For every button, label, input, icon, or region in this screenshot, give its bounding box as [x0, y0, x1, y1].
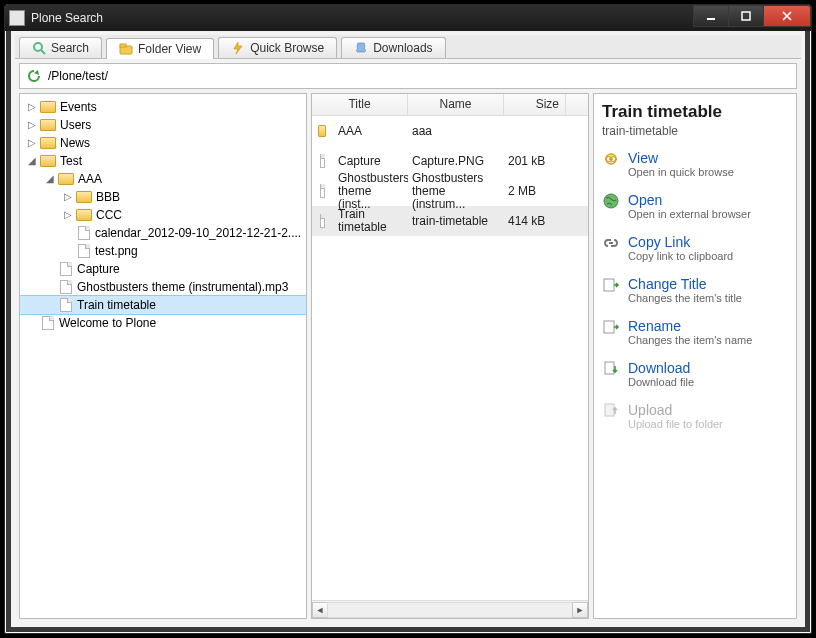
- tree-item[interactable]: Train timetable: [20, 296, 306, 314]
- expand-icon[interactable]: ▷: [26, 119, 38, 131]
- expand-icon[interactable]: ▷: [62, 209, 74, 221]
- expand-icon[interactable]: ▷: [26, 101, 38, 113]
- tab-folder-view[interactable]: Folder View: [106, 38, 214, 59]
- action-copy-link[interactable]: Copy LinkCopy link to clipboard: [602, 234, 788, 262]
- action-upload: UploadUpload file to folder: [602, 402, 788, 430]
- scroll-left-button[interactable]: ◄: [312, 602, 328, 618]
- tree-item[interactable]: ▷BBB: [20, 188, 306, 206]
- tree-item-label: Train timetable: [77, 298, 156, 312]
- eye-icon: [602, 150, 620, 168]
- tab-search[interactable]: Search: [19, 37, 102, 58]
- svg-rect-0: [707, 18, 715, 20]
- detail-pane: Train timetable train-timetable ViewOpen…: [593, 93, 797, 619]
- file-icon: [60, 298, 72, 312]
- action-change-title[interactable]: Change TitleChanges the item's title: [602, 276, 788, 304]
- tab-downloads[interactable]: Downloads: [341, 37, 445, 58]
- maximize-button[interactable]: [728, 5, 764, 27]
- list-row[interactable]: Train timetabletrain-timetable414 kB: [312, 206, 588, 236]
- action-desc: Changes the item's name: [628, 334, 752, 346]
- col-title[interactable]: Title: [312, 94, 408, 115]
- scroll-track[interactable]: [327, 602, 573, 618]
- tree-item-label: News: [60, 136, 90, 150]
- svg-point-2: [34, 43, 42, 51]
- file-icon: [320, 214, 325, 228]
- globe-icon: [602, 192, 620, 210]
- action-desc: Changes the item's title: [628, 292, 742, 304]
- folder-icon: [318, 125, 326, 137]
- expand-icon[interactable]: ▷: [62, 191, 74, 203]
- path-input[interactable]: [48, 69, 790, 83]
- tree-item[interactable]: Ghostbusters theme (instrumental).mp3: [20, 278, 306, 296]
- app-window: Plone Search Search Folder View Quick Br…: [4, 4, 812, 634]
- tree-item[interactable]: Capture: [20, 260, 306, 278]
- client-area: Search Folder View Quick Browse Download…: [6, 31, 810, 632]
- tree-item-label: AAA: [78, 172, 102, 186]
- path-bar: [19, 63, 797, 89]
- svg-line-3: [41, 50, 45, 54]
- col-name[interactable]: Name: [408, 94, 504, 115]
- cell-size: 201 kB: [504, 154, 566, 168]
- folder-icon: [40, 119, 56, 131]
- file-icon: [78, 244, 90, 258]
- list-header: Title Name Size: [312, 94, 588, 116]
- tree-item[interactable]: ▷Users: [20, 116, 306, 134]
- tab-label: Search: [51, 41, 89, 55]
- tree-item[interactable]: ◢Test: [20, 152, 306, 170]
- collapse-icon[interactable]: ◢: [44, 173, 56, 185]
- tree-item[interactable]: ▷Events: [20, 98, 306, 116]
- tree-item-label: CCC: [96, 208, 122, 222]
- tree-item[interactable]: test.png: [20, 242, 306, 260]
- tree-item[interactable]: ▷CCC: [20, 206, 306, 224]
- tabs: Search Folder View Quick Browse Download…: [15, 35, 801, 59]
- file-icon: [60, 262, 72, 276]
- rename-icon: [602, 318, 620, 336]
- scroll-right-button[interactable]: ►: [572, 602, 588, 618]
- tree-pane: ▷Events▷Users▷News◢Test◢AAA▷BBB▷CCCcalen…: [19, 93, 307, 619]
- action-desc: Open in quick browse: [628, 166, 734, 178]
- action-view[interactable]: ViewOpen in quick browse: [602, 150, 788, 178]
- cell-title: Train timetable: [334, 208, 408, 234]
- action-download[interactable]: DownloadDownload file: [602, 360, 788, 388]
- cell-title: AAA: [334, 125, 408, 138]
- expand-icon[interactable]: ▷: [26, 137, 38, 149]
- minimize-button[interactable]: [693, 5, 729, 27]
- svg-rect-11: [605, 362, 614, 374]
- folder-icon: [119, 42, 133, 56]
- list-body[interactable]: AAAaaaCaptureCapture.PNG201 kBGhostbuste…: [312, 116, 588, 600]
- svg-rect-12: [605, 404, 614, 416]
- lightning-icon: [231, 41, 245, 55]
- close-button[interactable]: [763, 5, 811, 27]
- svg-point-7: [609, 157, 613, 161]
- cell-title: Ghostbusters theme (inst...: [334, 172, 408, 211]
- tab-quick-browse[interactable]: Quick Browse: [218, 37, 337, 58]
- action-desc: Open in external browser: [628, 208, 751, 220]
- tree[interactable]: ▷Events▷Users▷News◢Test◢AAA▷BBB▷CCCcalen…: [20, 94, 306, 618]
- svg-rect-9: [604, 279, 614, 291]
- file-icon: [42, 316, 54, 330]
- folder-icon: [40, 155, 56, 167]
- action-open[interactable]: OpenOpen in external browser: [602, 192, 788, 220]
- titlebar[interactable]: Plone Search: [5, 5, 811, 31]
- svg-rect-10: [604, 321, 614, 333]
- tree-item[interactable]: Welcome to Plone: [20, 314, 306, 332]
- tree-item-label: BBB: [96, 190, 120, 204]
- action-rename[interactable]: RenameChanges the item's name: [602, 318, 788, 346]
- tab-label: Folder View: [138, 42, 201, 56]
- action-title: View: [628, 150, 734, 166]
- folder-icon: [58, 173, 74, 185]
- download-icon: [354, 41, 368, 55]
- tree-item[interactable]: ▷News: [20, 134, 306, 152]
- collapse-icon[interactable]: ◢: [26, 155, 38, 167]
- tree-item[interactable]: ◢AAA: [20, 170, 306, 188]
- tree-item[interactable]: calendar_2012-09-10_2012-12-21-2....: [20, 224, 306, 242]
- cell-size: 2 MB: [504, 184, 566, 198]
- horizontal-scrollbar[interactable]: ◄ ►: [312, 600, 588, 618]
- list-row[interactable]: Ghostbusters theme (inst...Ghostbusters …: [312, 176, 588, 206]
- svg-rect-5: [120, 44, 126, 47]
- refresh-icon[interactable]: [26, 68, 42, 84]
- list-row[interactable]: AAAaaa: [312, 116, 588, 146]
- col-size[interactable]: Size: [504, 94, 566, 115]
- cell-name: aaa: [408, 125, 504, 138]
- tree-item-label: Test: [60, 154, 82, 168]
- action-title: Open: [628, 192, 751, 208]
